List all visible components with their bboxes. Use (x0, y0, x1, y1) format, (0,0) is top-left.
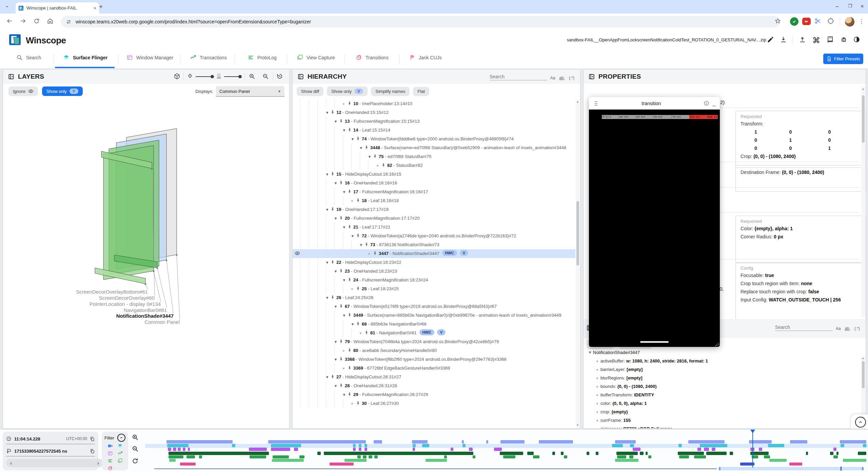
hierarchy-row-13[interactable]: ▼13 - FullscreenMagnification:15:15#13 (293, 117, 575, 126)
view-capture-row-segment[interactable] (833, 448, 836, 451)
view-capture-row-segment[interactable] (469, 448, 473, 451)
protolog-row-segment[interactable] (444, 455, 447, 458)
transactions-trace-icon[interactable] (117, 451, 123, 456)
view-capture-row-segment[interactable] (188, 448, 190, 451)
pin-icon[interactable] (356, 233, 360, 238)
documentation-icon[interactable] (827, 36, 834, 43)
hierarchy-row-22[interactable]: ▼22 - HideDisplayCutout:18:23#22 (293, 258, 575, 267)
filter-presets-button[interactable]: Filter Presets (823, 54, 863, 64)
timeline-zoom-out-icon[interactable] (132, 445, 139, 452)
protolog-row-segment[interactable] (694, 455, 706, 458)
hierarchy-row-72[interactable]: ▼72 - WindowToken{a2746de type=2040 andr… (293, 232, 575, 240)
hierarchy-row-3369[interactable]: 3369 - 67726bf EdgeBackGestureHandler0#3… (293, 364, 575, 373)
zoom-in-icon[interactable] (249, 73, 255, 80)
protolog-row-segment[interactable] (533, 455, 539, 458)
ime-row-segment[interactable] (272, 459, 304, 462)
view-capture-row-segment[interactable] (704, 448, 709, 451)
pin-icon[interactable] (339, 180, 343, 185)
detail-prop-crop[interactable]: crop: {empty} (587, 408, 860, 416)
transactions-row-segment[interactable] (678, 452, 704, 455)
timeline-reset-zoom-icon[interactable] (132, 457, 139, 465)
hierarchy-row-17[interactable]: ▼17 - FullscreenMagnification:16:16#17 (293, 188, 575, 196)
protolog-row-segment[interactable] (564, 455, 568, 458)
window-manager-row-segment[interactable] (790, 440, 807, 444)
zoom-out-icon[interactable] (262, 73, 269, 80)
hierarchy-row-3448[interactable]: ▼3448 - Surface(name=ed70f88 StatusBar)/… (293, 143, 575, 152)
detail-prop-color[interactable]: color: (0, 0, 0), alpha: 1 (587, 399, 860, 408)
previous-entry-button[interactable]: ‹ (10, 460, 12, 466)
hierarchy-row-10[interactable]: 10 - ImePlaceholder:13:14#10 (293, 99, 575, 108)
hierarchy-row-73[interactable]: ▼73 - 8736138 NotificationShade#73 (293, 240, 575, 249)
hierarchy-row-26[interactable]: ▼26 - Leaf:24:25#26 (293, 293, 575, 302)
show-only-chip[interactable]: Show only V (42, 86, 83, 96)
expand-arrow-icon[interactable]: ▼ (324, 205, 330, 214)
extension-check-icon[interactable] (790, 17, 798, 26)
view-capture-row-segment[interactable] (168, 448, 172, 451)
protolog-row-segment[interactable] (250, 455, 266, 458)
protolog-row-segment[interactable] (648, 455, 651, 458)
expand-arrow-icon[interactable]: ▼ (333, 355, 339, 364)
edit-trace-icon[interactable] (767, 36, 774, 43)
hierarchy-row-28[interactable]: ▼28 - OneHanded:26:31#28 (293, 381, 575, 390)
pin-icon[interactable] (356, 198, 360, 203)
expand-arrow-icon[interactable]: ▼ (358, 143, 364, 152)
regex-button[interactable]: (.*) (568, 76, 575, 80)
pin-icon[interactable] (330, 295, 335, 300)
view-capture-row-segment[interactable] (759, 448, 763, 451)
pin-icon[interactable] (356, 401, 360, 406)
browser-tab[interactable]: Winscope | sandbox-FAIL × (16, 2, 99, 14)
nav-tab-search[interactable]: Search (16, 54, 41, 61)
hierarchy-row-23[interactable]: ▼23 - OneHanded:18:23#23 (293, 267, 575, 276)
hierarchy-row-74[interactable]: ▼74 - WindowToken{fdddbe6 type=2000 andr… (293, 135, 575, 143)
detail-prop-dataspace[interactable]: dataspace: BT709 sRGB Full range (587, 425, 860, 428)
pin-icon[interactable] (347, 366, 352, 370)
window-manager-trace-icon[interactable] (107, 451, 113, 456)
view-capture-row-segment[interactable] (294, 448, 298, 451)
report-bug-icon[interactable] (840, 36, 847, 43)
transactions-row-segment[interactable] (169, 452, 269, 455)
expand-arrow-icon[interactable]: ▼ (324, 170, 330, 179)
profile-avatar[interactable] (845, 17, 854, 26)
protolog-trace-icon[interactable] (107, 458, 113, 464)
minimap-track[interactable] (154, 468, 717, 469)
nav-tab-view-capture[interactable]: View Capture (297, 54, 335, 61)
nav-tab-protolog[interactable]: ProtoLog (248, 54, 277, 61)
collapse-timeline-button[interactable] (855, 417, 866, 428)
extensions-puzzle-icon[interactable] (827, 18, 834, 24)
nav-tab-transitions[interactable]: Transitions (356, 54, 389, 61)
transactions-row-segment[interactable] (500, 452, 523, 455)
transactions-row-segment[interactable] (730, 452, 733, 455)
pin-icon[interactable] (347, 127, 352, 132)
chip-show-diff[interactable]: Show diff (297, 87, 323, 96)
match-case-button[interactable]: Aa (549, 76, 556, 80)
expand-arrow-icon[interactable]: ▼ (367, 152, 373, 161)
pin-icon[interactable] (381, 163, 386, 168)
ime-row-segment[interactable] (843, 459, 866, 462)
hierarchy-row-20[interactable]: ▼20 - FullscreenMagnification:17:17#20 (293, 214, 575, 223)
pin-icon[interactable] (356, 286, 360, 291)
pin-icon[interactable] (339, 216, 343, 220)
view-capture-row-segment[interactable] (364, 448, 367, 451)
pin-icon[interactable] (364, 145, 369, 150)
regex-button[interactable]: (.*) (853, 326, 861, 331)
chip-show-only[interactable]: Show onlyV (327, 86, 368, 96)
viewport-left-handle[interactable] (719, 467, 721, 470)
chip-simplify-names[interactable]: Simplify names (371, 87, 410, 96)
pin-icon[interactable] (339, 339, 343, 344)
transactions-row-segment[interactable] (640, 452, 644, 455)
match-case-button[interactable]: Aa (835, 326, 842, 331)
browser-forward-icon[interactable] (20, 18, 26, 24)
surface-flinger-row-segment[interactable] (359, 444, 361, 447)
window-manager-row-segment[interactable] (374, 440, 382, 444)
hierarchy-row-3447[interactable]: 3447 - NotificationShade#3447HWCV (293, 249, 575, 258)
timeline-tracks[interactable] (154, 430, 866, 472)
expand-arrow-icon[interactable]: ▼ (350, 320, 356, 329)
browser-back-icon[interactable] (6, 18, 13, 24)
resize-handle[interactable] (715, 342, 719, 346)
window-manager-row-segment[interactable] (539, 440, 573, 444)
hierarchy-row-68[interactable]: ▼68 - 885b63e NavigationBar0#68 (293, 320, 575, 329)
protolog-row-segment[interactable] (503, 455, 515, 458)
hierarchy-row-75[interactable]: ▼75 - ed70f88 StatusBar#75 (293, 152, 575, 161)
pin-icon[interactable] (339, 119, 343, 123)
pin-icon[interactable] (339, 269, 343, 273)
